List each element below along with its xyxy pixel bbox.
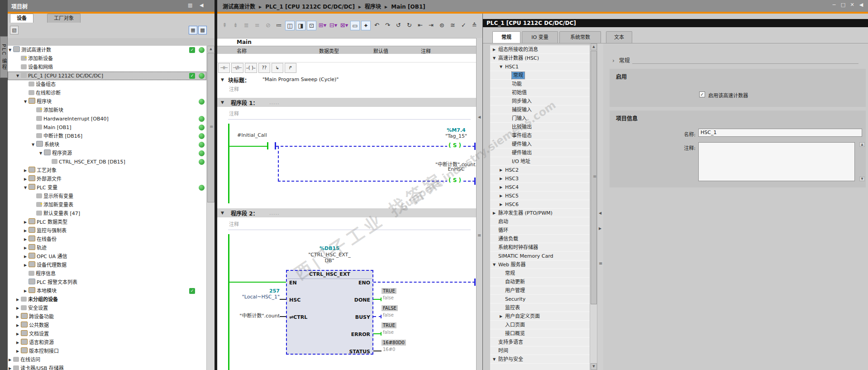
tree-item[interactable]: ▶跨设备功能 ✓ xyxy=(8,312,206,321)
tab-system-constants[interactable]: 系统常数 xyxy=(559,31,601,43)
expand-arrow-icon[interactable]: ▶ xyxy=(16,321,21,330)
nav-item[interactable]: SIMATIC Memory Card xyxy=(490,252,590,260)
scrollbar-thumb[interactable] xyxy=(207,53,215,202)
tree-item[interactable]: 在线和诊断 ✓ xyxy=(8,89,206,97)
toolbar-icon[interactable]: ◫ xyxy=(285,21,295,30)
tab-texts[interactable]: 文本 xyxy=(606,31,632,43)
tree-item[interactable]: ▼程序块 ✓ xyxy=(8,97,206,106)
nav-item[interactable]: 同步输入 xyxy=(490,97,590,106)
properties-nav-scrollbar[interactable]: ▲ ▼ xyxy=(590,43,597,370)
toolbar-icon[interactable]: ≡ xyxy=(253,21,262,30)
pin-status[interactable]: STATUS xyxy=(349,349,370,355)
network2-header[interactable]: ▼ 程序段 2： ..... xyxy=(217,208,476,217)
expand-arrow-icon[interactable]: ▶ xyxy=(9,356,13,364)
contact-icon[interactable] xyxy=(267,142,268,149)
nav-item[interactable]: 硬件输出 xyxy=(490,149,590,157)
expand-arrow-icon[interactable]: ▶ xyxy=(9,364,13,370)
expand-arrow-icon[interactable]: ▶ xyxy=(500,200,505,209)
pin-hsc[interactable]: HSC xyxy=(289,297,300,303)
minimize-icon[interactable]: ─ xyxy=(830,2,838,8)
scroll-up-icon[interactable]: ▲ xyxy=(859,142,865,147)
breadcrumb-item[interactable]: 程序块▶ xyxy=(365,4,391,10)
block-comment-placeholder[interactable]: 注释 xyxy=(229,85,239,92)
network2-comment-placeholder[interactable]: 注释 xyxy=(229,220,239,227)
done-watch-value[interactable]: TRUE xyxy=(382,288,396,294)
expand-arrow-icon[interactable]: ▶ xyxy=(16,338,21,347)
nav-item[interactable]: 入口页面 xyxy=(490,321,590,329)
expand-arrow-icon[interactable]: ▶ xyxy=(24,166,29,175)
expand-arrow-icon[interactable]: ▶ xyxy=(24,218,29,226)
nav-item[interactable]: 时间 xyxy=(490,346,590,355)
tree-item[interactable]: ▶未分组的设备 ✓ xyxy=(8,295,206,304)
toolbar-icon[interactable]: ≅ xyxy=(448,21,458,30)
filter-icon[interactable]: ▧ xyxy=(10,26,19,34)
tree-item[interactable]: ▶设备代理数据 ✓ xyxy=(8,261,206,269)
pin-eno[interactable]: ENO xyxy=(358,280,370,286)
expand-arrow-icon[interactable]: ▼ xyxy=(500,62,505,71)
tree-item[interactable]: Main [OB1] ✓ xyxy=(8,123,206,132)
close-icon[interactable]: ✕ xyxy=(848,2,856,8)
network1-header[interactable]: ▼ 程序段 1： ..... xyxy=(217,98,476,107)
tree-item[interactable]: ▶PLC 数据类型 ✓ xyxy=(8,218,206,226)
ladder-element-button[interactable]: –( )– xyxy=(245,63,257,73)
nav-item[interactable]: 初始值 xyxy=(490,88,590,97)
hsc-comment-textarea[interactable] xyxy=(698,142,855,181)
pin-error[interactable]: ERROR xyxy=(351,332,370,337)
tree-item[interactable]: HardwareInterrupt [OB40] ✓ xyxy=(8,115,206,123)
expand-arrow-icon[interactable]: ▶ xyxy=(24,175,29,183)
section-header[interactable]: ›常规 xyxy=(612,56,630,64)
nav-content-splitter[interactable]: ◀ ▶ ≡ xyxy=(597,43,603,370)
ladder-element-button[interactable]: ↱ xyxy=(285,63,296,73)
db-name-line1[interactable]: "CTRL_HSC_EXT_ xyxy=(293,252,366,258)
tree-item[interactable]: ▶在线备份 ✓ xyxy=(8,235,206,244)
nav-item[interactable]: ▼高速计数器 (HSC) xyxy=(490,54,590,62)
tree-item[interactable]: CTRL_HSC_EXT_DB [DB15] ✓ xyxy=(8,158,206,166)
tree-item[interactable]: ▶版本控制接口 ✓ xyxy=(8,347,206,356)
toolbar-icon[interactable]: ⇥ xyxy=(426,21,436,30)
tree-item[interactable]: ▼PLC_1 [CPU 1212C DC/DC/DC] ✓ xyxy=(8,72,206,80)
toolbar-icon[interactable]: ⇟ xyxy=(231,21,240,30)
set-coil[interactable]: ( S ) xyxy=(447,177,463,183)
toolbar-icon[interactable]: ≙ xyxy=(470,21,479,30)
tree-item[interactable]: ▶安全设置 ✓ xyxy=(8,304,206,312)
expand-arrow-icon[interactable]: ▶ xyxy=(16,330,21,338)
expand-arrow-icon[interactable]: ▶ xyxy=(493,45,498,54)
tree-item[interactable]: ▼程序资源 ✓ xyxy=(8,149,206,158)
toolbar-icon[interactable]: ≔ xyxy=(274,21,284,30)
tree-item[interactable]: 默认变量表 [47] ✓ xyxy=(8,209,206,218)
tree-item[interactable]: ▶OPC UA 通信 ✓ xyxy=(8,252,206,261)
ctrl-hsc-ext-block[interactable]: CTRL_HSC_EXT EN ENO HSC DONE ⇌CTRL BUSY … xyxy=(286,270,373,355)
hsc-input-tag[interactable]: "Local~HSC_1" xyxy=(217,294,280,300)
nav-item[interactable]: 事件组态 xyxy=(490,131,590,140)
collapse-panel-icon[interactable]: ◀ xyxy=(200,2,203,8)
collapse-left-icon[interactable]: ◀ xyxy=(478,115,481,119)
ladder-element-button[interactable]: ⊣/⊢ xyxy=(231,63,243,73)
expand-arrow-icon[interactable]: ▼ xyxy=(9,46,13,54)
expand-arrow-icon[interactable]: ▶ xyxy=(16,312,21,321)
rail-tab-plc-programming[interactable]: PLC 编程 xyxy=(0,36,8,78)
tree-item[interactable]: ▼测试高速计数 ✓ xyxy=(8,46,206,54)
tree-item[interactable]: ▶在线访问 ✓ xyxy=(8,356,206,364)
overview-icon[interactable]: ▩ xyxy=(198,26,207,34)
nav-item[interactable]: ▶HSC2 xyxy=(490,166,590,174)
nav-item[interactable]: ▶用户自定义页面 xyxy=(490,312,590,321)
pin-ctrl[interactable]: ⇌CTRL xyxy=(289,314,307,320)
ladder-element-button[interactable]: ↳ xyxy=(272,63,283,73)
done-modify-value[interactable]: false xyxy=(383,295,394,300)
toolbar-icon[interactable]: ▭ xyxy=(350,21,360,30)
tree-item[interactable]: ▶轨迹 ✓ xyxy=(8,244,206,252)
nav-item[interactable]: 循环 xyxy=(490,226,590,235)
collapse-arrow-icon[interactable]: ▼ xyxy=(221,211,224,215)
nav-item[interactable]: 系统和时钟存储器 xyxy=(490,243,590,252)
nav-item[interactable]: Security xyxy=(490,295,590,303)
tree-item[interactable]: 程序信息 ✓ xyxy=(8,269,206,278)
nav-item[interactable]: ▶HSC6 xyxy=(490,200,590,209)
toolbar-icon[interactable]: ✦ xyxy=(361,21,371,30)
toolbar-icon[interactable]: ⊡ xyxy=(307,21,316,30)
toolbar-icon[interactable]: ≣ xyxy=(242,21,251,30)
nav-item[interactable]: 接口概览 xyxy=(490,329,590,338)
tree-item[interactable]: ▶读卡器/USB 存储器 ✓ xyxy=(8,364,206,370)
db-name-line2[interactable]: DB" xyxy=(293,258,366,264)
interface-empty-row[interactable] xyxy=(217,54,476,62)
column-name[interactable]: 名称 xyxy=(237,47,247,54)
